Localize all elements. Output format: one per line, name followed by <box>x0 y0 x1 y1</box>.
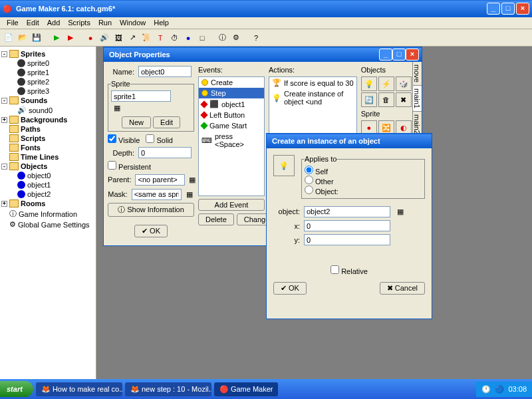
tree-backgrounds[interactable]: +Backgrounds <box>1 115 94 124</box>
close-button[interactable]: × <box>516 3 529 15</box>
system-tray[interactable]: 🕐 🔵 03:08 <box>476 382 532 397</box>
event-item[interactable]: ⬛object1 <box>199 98 264 110</box>
y-input[interactable] <box>304 234 390 245</box>
tree-globalsettings[interactable]: ⚙Global Game Settings <box>9 219 94 229</box>
menu-scripts[interactable]: Scripts <box>64 17 94 29</box>
menu-run[interactable]: Run <box>94 17 116 29</box>
object-input[interactable] <box>304 206 390 217</box>
menu-add[interactable]: Add <box>43 17 65 29</box>
event-item[interactable]: Create <box>199 77 264 88</box>
ok-button[interactable]: ✔ OK <box>273 282 307 295</box>
tree-rooms[interactable]: +Rooms <box>1 199 94 208</box>
menu-edit[interactable]: Edit <box>23 17 43 29</box>
tree-paths[interactable]: Paths <box>1 124 94 134</box>
path-icon[interactable]: ↗ <box>126 32 138 44</box>
menu-file[interactable]: File <box>3 17 23 29</box>
tray-icon[interactable]: 🕐 <box>481 385 491 394</box>
tree-item[interactable]: object2 <box>17 190 94 199</box>
action-item[interactable]: 💡Create instance of object <und <box>269 88 356 107</box>
tree-timelines[interactable]: Time Lines <box>1 152 94 162</box>
tree-item[interactable]: sprite3 <box>17 86 94 96</box>
tab-main1[interactable]: main1 <box>413 86 422 112</box>
tree-item[interactable]: object0 <box>17 171 94 180</box>
dialog-close-button[interactable]: × <box>406 49 419 61</box>
tree-item[interactable]: object1 <box>17 180 94 190</box>
parent-picker-icon[interactable]: ▦ <box>189 174 196 186</box>
delete-event-button[interactable]: Delete <box>198 213 234 225</box>
tree-objects[interactable]: -Objects <box>1 162 94 171</box>
tree-sounds[interactable]: -Sounds <box>1 96 94 105</box>
relative-checkbox[interactable] <box>331 265 339 274</box>
show-info-button[interactable]: ⓘ Show Information <box>108 203 194 217</box>
minimize-button[interactable]: _ <box>487 3 500 15</box>
object-icon[interactable]: ● <box>182 32 194 44</box>
sprite-icon[interactable]: ● <box>84 32 96 44</box>
event-item-selected[interactable]: Step <box>199 88 264 98</box>
background-icon[interactable]: 🖼 <box>112 32 124 44</box>
add-event-button[interactable]: Add Event <box>198 199 265 211</box>
tree-item[interactable]: sprite1 <box>17 68 94 77</box>
name-input[interactable] <box>138 66 192 77</box>
new-sprite-button[interactable]: New <box>122 116 151 128</box>
object-picker-icon[interactable]: ▦ <box>394 205 406 217</box>
run-debug-icon[interactable]: ▶ <box>65 32 76 44</box>
taskbar-item-active[interactable]: 🔴 Game Maker <box>214 382 279 396</box>
self-radio[interactable] <box>305 166 313 174</box>
sound-icon[interactable]: 🔊 <box>98 32 110 44</box>
sprite-picker-icon[interactable]: ▦ <box>111 102 123 114</box>
dialog-maximize-button[interactable]: □ <box>392 49 406 61</box>
events-list[interactable]: Create Step ⬛object1 Left Button Game St… <box>198 76 265 196</box>
dialog-minimize-button[interactable]: _ <box>379 49 392 61</box>
start-button[interactable]: start <box>0 381 33 397</box>
font-icon[interactable]: T <box>154 32 166 44</box>
action-create-icon[interactable]: 💡 <box>361 76 377 91</box>
tree-scripts[interactable]: Scripts <box>1 134 94 143</box>
settings-icon[interactable]: ⚙ <box>230 32 242 44</box>
edit-sprite-button[interactable]: Edit <box>153 116 180 128</box>
action-destroy-at-icon[interactable]: ✖ <box>396 92 412 107</box>
other-radio[interactable] <box>305 176 313 184</box>
depth-input[interactable] <box>138 147 192 158</box>
x-input[interactable] <box>304 220 390 231</box>
tree-item[interactable]: 🔊sound0 <box>17 105 94 115</box>
tray-icon[interactable]: 🔵 <box>495 385 504 394</box>
action-change-icon[interactable]: 🔄 <box>361 92 377 107</box>
mask-picker-icon[interactable]: ▦ <box>186 188 194 200</box>
action-create-moving-icon[interactable]: ⚡ <box>378 76 394 91</box>
menu-help[interactable]: Help <box>150 17 173 29</box>
object-radio[interactable] <box>305 186 313 194</box>
persistent-checkbox[interactable] <box>108 161 116 170</box>
ok-button[interactable]: ✔ OK <box>134 225 168 237</box>
script-icon[interactable]: 📜 <box>140 32 152 44</box>
event-item[interactable]: Game Start <box>199 120 264 131</box>
maximize-button[interactable]: □ <box>501 3 515 15</box>
new-file-icon[interactable]: 📄 <box>3 32 15 44</box>
save-icon[interactable]: 💾 <box>31 32 43 44</box>
room-icon[interactable]: □ <box>196 32 208 44</box>
solid-checkbox[interactable] <box>146 134 154 143</box>
event-item[interactable]: ⌨press <Space> <box>199 131 264 150</box>
event-item[interactable]: Left Button <box>199 110 264 120</box>
sprite-input[interactable] <box>111 90 171 102</box>
taskbar-item[interactable]: 🦊 new step : 10 - Mozil... <box>125 382 211 396</box>
open-icon[interactable]: 📂 <box>17 32 29 44</box>
tree-gameinfo[interactable]: ⓘGame Information <box>9 208 94 219</box>
tree-item[interactable]: sprite0 <box>17 59 94 68</box>
parent-input[interactable] <box>135 174 185 186</box>
action-create-random-icon[interactable]: 🎲 <box>396 76 412 91</box>
gameinfo-icon[interactable]: ⓘ <box>216 32 228 44</box>
timeline-icon[interactable]: ⏱ <box>168 32 180 44</box>
visible-checkbox[interactable] <box>108 134 116 143</box>
action-item[interactable]: 🏆If score is equal to 30 <box>269 77 356 88</box>
tree-fonts[interactable]: Fonts <box>1 143 94 152</box>
dialog-titlebar[interactable]: Create an instance of an object <box>267 134 432 148</box>
dialog-titlebar[interactable]: Object Properties _ □ × <box>104 47 422 62</box>
mask-input[interactable] <box>132 189 182 200</box>
tree-sprites[interactable]: -Sprites <box>1 49 94 59</box>
run-icon[interactable]: ▶ <box>51 32 63 44</box>
taskbar-item[interactable]: 🦊 How to make real co... <box>36 382 122 396</box>
help-icon[interactable]: ? <box>250 32 262 44</box>
tab-move[interactable]: move <box>413 62 422 86</box>
action-destroy-icon[interactable]: 🗑 <box>378 92 394 107</box>
tree-item[interactable]: sprite2 <box>17 77 94 86</box>
